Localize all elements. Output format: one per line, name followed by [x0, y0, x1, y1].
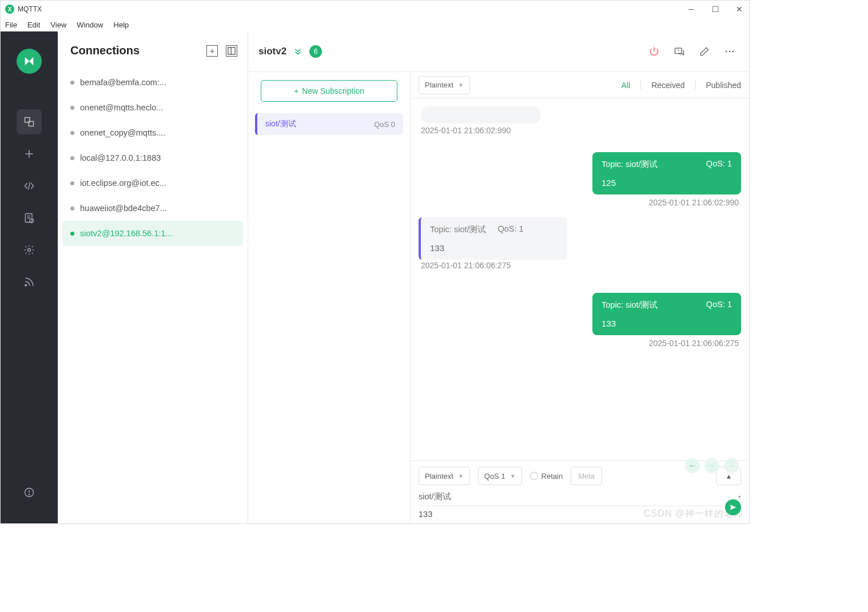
message-payload: 125 [602, 178, 732, 188]
retain-label: Retain [541, 472, 563, 480]
connection-item[interactable]: onenet@mqtts.heclo... [62, 95, 243, 120]
svg-point-12 [729, 51, 731, 53]
app-logo [17, 49, 42, 74]
main-panel: siotv2 6 [248, 31, 749, 523]
send-fab[interactable] [725, 499, 741, 515]
message-timestamp: 2025-01-01 21:06:02:990 [419, 198, 739, 207]
meta-button[interactable]: Meta [571, 467, 602, 485]
app-logo-small: X [5, 5, 14, 14]
subscriptions-panel: + New Subscription siot/测试 QoS 0 [248, 72, 410, 523]
payload-format-select[interactable]: Plaintext ▼ [419, 467, 470, 485]
message-payload: 133 [602, 319, 732, 328]
subscription-topic: siot/测试 [265, 119, 296, 129]
history-minus-button[interactable]: − [704, 458, 719, 473]
messages-list[interactable]: 2025-01-01 21:06:02:990 Topic: siot/测试 Q… [411, 98, 749, 460]
connection-item-active[interactable]: siotv2@192.168.56.1:1... [62, 221, 243, 246]
nav-feed[interactable] [17, 269, 42, 295]
maximize-button[interactable]: ☐ [711, 5, 719, 14]
connection-label: siotv2@192.168.56.1:1... [80, 229, 172, 238]
status-dot [70, 232, 74, 236]
topic-input[interactable] [419, 490, 738, 503]
connection-label: iot.eclipse.org@iot.ec... [80, 178, 166, 188]
qos-label: QoS 1 [484, 472, 505, 480]
nav-connections[interactable] [17, 109, 42, 134]
nav-scripts[interactable] [17, 173, 42, 198]
message-count-badge: 6 [309, 45, 322, 58]
connection-item[interactable]: local@127.0.0.1:1883 [62, 145, 243, 170]
history-next-button[interactable]: → [724, 458, 739, 473]
new-subscription-label: New Subscription [302, 86, 364, 96]
message-outgoing: Topic: siot/测试 QoS: 1 125 [592, 152, 741, 194]
svg-point-13 [732, 51, 734, 53]
radio-icon [530, 472, 538, 480]
nav-rail [1, 31, 58, 523]
edit-button[interactable] [699, 46, 710, 57]
svg-point-7 [29, 494, 29, 495]
disconnect-button[interactable] [648, 46, 660, 57]
connection-header: siotv2 6 [248, 31, 749, 71]
svg-rect-10 [675, 48, 682, 53]
titlebar: X MQTTX ─ ☐ ✕ [1, 1, 749, 18]
message-bubble-partial [421, 106, 541, 124]
nav-help[interactable] [17, 480, 42, 505]
status-dot [70, 131, 74, 135]
connection-item[interactable]: onenet_copy@mqtts.... [62, 120, 243, 145]
messages-wrap: Plaintext ▼ All Received Published [410, 72, 749, 523]
display-format-label: Plaintext [425, 81, 453, 89]
menu-window[interactable]: Window [77, 21, 103, 29]
message-topic: Topic: siot/测试 [602, 159, 658, 170]
message-outgoing: Topic: siot/测试 QoS: 1 133 [592, 293, 741, 335]
payload-format-label: Plaintext [425, 472, 453, 480]
connections-panel: Connections + bemafa@bemfa.com:... onene… [58, 31, 248, 523]
history-prev-button[interactable]: ← [685, 458, 700, 473]
expand-icon[interactable] [293, 47, 302, 56]
connection-item[interactable]: bemafa@bemfa.com:... [62, 70, 243, 95]
close-button[interactable]: ✕ [735, 5, 743, 14]
more-button[interactable] [724, 46, 735, 57]
nav-log[interactable] [17, 205, 42, 231]
subscription-item[interactable]: siot/测试 QoS 0 [255, 113, 403, 135]
subscription-qos: QoS 0 [374, 120, 395, 129]
svg-point-5 [25, 285, 27, 287]
filter-received[interactable]: Received [651, 81, 684, 90]
status-dot [70, 156, 74, 160]
message-incoming: Topic: siot/测试 QoS: 1 133 [419, 217, 567, 260]
chevron-down-icon[interactable]: ▾ [738, 494, 741, 500]
svg-point-11 [726, 51, 727, 53]
toggle-panel-button[interactable] [226, 45, 237, 57]
connection-label: local@127.0.0.1:1883 [80, 153, 161, 162]
message-topic: Topic: siot/测试 [430, 224, 487, 235]
message-qos: QoS: 1 [706, 300, 732, 311]
new-subscription-button[interactable]: + New Subscription [261, 80, 397, 102]
meta-label: Meta [578, 472, 595, 480]
add-connection-button[interactable]: + [206, 45, 218, 57]
message-topic: Topic: siot/测试 [602, 300, 658, 311]
chevron-down-icon: ▼ [458, 473, 464, 479]
filter-all[interactable]: All [622, 81, 631, 90]
connection-item[interactable]: iot.eclipse.org@iot.ec... [62, 170, 243, 196]
minimize-button[interactable]: ─ [687, 5, 695, 14]
status-dot [70, 206, 74, 210]
status-dot [70, 81, 74, 85]
connection-item[interactable]: huaweiiot@bde4cbe7... [62, 196, 243, 221]
retain-toggle[interactable]: Retain [530, 472, 563, 480]
plus-icon: + [294, 86, 298, 96]
qos-select[interactable]: QoS 1 ▼ [478, 467, 522, 485]
menu-file[interactable]: File [5, 21, 17, 29]
nav-new[interactable] [17, 141, 42, 166]
messages-toolbar: Plaintext ▼ All Received Published [411, 72, 749, 98]
status-dot [70, 106, 74, 110]
message-qos: QoS: 1 [498, 224, 524, 235]
nav-settings[interactable] [17, 237, 42, 263]
chevron-down-icon: ▼ [458, 82, 464, 88]
connections-title: Connections [70, 44, 140, 57]
connection-label: bemafa@bemfa.com:... [80, 78, 166, 87]
chat-icon[interactable] [674, 46, 685, 57]
menu-edit[interactable]: Edit [27, 21, 40, 29]
display-format-select[interactable]: Plaintext ▼ [419, 76, 470, 94]
filter-published[interactable]: Published [706, 81, 742, 90]
menu-view[interactable]: View [50, 21, 66, 29]
svg-rect-8 [228, 47, 235, 54]
message-qos: QoS: 1 [706, 159, 732, 170]
menu-help[interactable]: Help [114, 21, 129, 29]
